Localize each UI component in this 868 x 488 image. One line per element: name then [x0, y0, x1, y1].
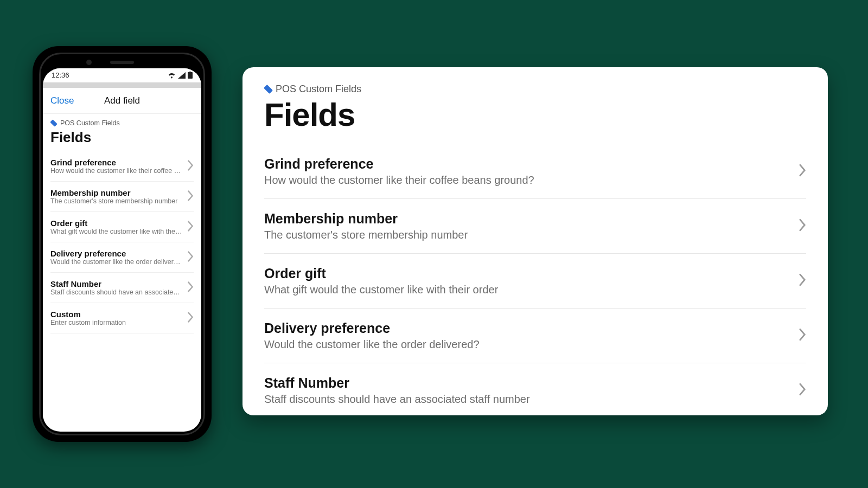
status-time: 12:36	[52, 71, 69, 79]
app-badge-icon	[50, 119, 58, 127]
field-row-grind-preference[interactable]: Grind preference How would the customer …	[264, 144, 806, 199]
field-desc: Would the customer like the order delive…	[264, 338, 480, 351]
field-desc: Enter custom information	[50, 319, 126, 326]
field-title: Order gift	[50, 219, 183, 228]
battery-icon	[188, 72, 193, 79]
field-row-membership-number[interactable]: Membership number The customer's store m…	[50, 182, 194, 212]
sheet-backdrop	[43, 82, 201, 88]
field-row-delivery-preference[interactable]: Delivery preference Would the customer l…	[264, 309, 806, 363]
breadcrumb: POS Custom Fields	[264, 84, 806, 95]
field-title: Grind preference	[264, 156, 534, 172]
field-row-staff-number[interactable]: Staff Number Staff discounts should have…	[264, 363, 806, 415]
field-title: Staff Number	[264, 375, 530, 391]
field-row-order-gift[interactable]: Order gift What gift would the customer …	[50, 212, 194, 242]
app-badge-icon	[264, 85, 273, 94]
field-desc: The customer's store membership number	[50, 197, 177, 205]
chevron-right-icon	[799, 383, 806, 398]
field-title: Order gift	[264, 266, 498, 281]
field-title: Delivery preference	[50, 249, 183, 258]
modal-header: Close Add field	[43, 88, 201, 114]
field-desc: What gift would the customer like with t…	[50, 228, 183, 235]
field-title: Delivery preference	[264, 320, 480, 336]
phone-notch	[43, 56, 201, 68]
chevron-right-icon	[799, 219, 806, 234]
chevron-right-icon	[187, 251, 194, 264]
field-row-delivery-preference[interactable]: Delivery preference Would the customer l…	[50, 242, 194, 273]
svg-rect-1	[189, 72, 191, 73]
breadcrumb: POS Custom Fields	[50, 119, 194, 127]
phone-bezel: 12:36 Close Add field POS Custom Fields …	[39, 53, 205, 435]
chevron-right-icon	[799, 273, 806, 288]
page-title: Fields	[50, 129, 194, 146]
chevron-right-icon	[799, 164, 806, 179]
field-row-order-gift[interactable]: Order gift What gift would the customer …	[264, 254, 806, 309]
field-row-staff-number[interactable]: Staff Number Staff discounts should have…	[50, 273, 194, 303]
field-title: Staff Number	[50, 279, 183, 288]
field-title: Grind preference	[50, 158, 183, 167]
cell-signal-icon	[178, 72, 186, 79]
modal-body: POS Custom Fields Fields Grind preferenc…	[43, 114, 201, 419]
chevron-right-icon	[187, 190, 194, 203]
field-desc: Would the customer like the order delive…	[50, 258, 183, 266]
field-desc: How would the customer like their coffee…	[50, 167, 183, 175]
modal-title: Add field	[104, 95, 140, 106]
field-desc: Staff discounts should have an associate…	[264, 393, 530, 406]
field-desc: How would the customer like their coffee…	[264, 174, 534, 187]
phone-screen: 12:36 Close Add field POS Custom Fields …	[43, 68, 201, 432]
field-row-grind-preference[interactable]: Grind preference How would the customer …	[50, 151, 194, 182]
field-desc: Staff discounts should have an associate…	[50, 288, 183, 296]
speaker-icon	[110, 61, 134, 64]
field-row-custom[interactable]: Custom Enter custom information	[50, 303, 194, 333]
field-desc: The customer's store membership number	[264, 229, 468, 241]
field-row-membership-number[interactable]: Membership number The customer's store m…	[264, 199, 806, 254]
chevron-right-icon	[187, 312, 194, 325]
svg-rect-0	[188, 72, 193, 79]
wifi-icon	[168, 72, 176, 79]
chevron-right-icon	[187, 221, 194, 234]
chevron-right-icon	[187, 160, 194, 173]
breadcrumb-label: POS Custom Fields	[60, 119, 120, 127]
chevron-right-icon	[187, 281, 194, 294]
chevron-right-icon	[799, 328, 806, 343]
phone-frame: 12:36 Close Add field POS Custom Fields …	[33, 46, 212, 442]
page-title: Fields	[264, 96, 806, 133]
field-title: Custom	[50, 310, 126, 319]
field-title: Membership number	[50, 188, 177, 197]
breadcrumb-label: POS Custom Fields	[276, 84, 361, 95]
status-icons	[168, 72, 193, 79]
field-desc: What gift would the customer like with t…	[264, 284, 498, 296]
close-button[interactable]: Close	[50, 95, 74, 106]
status-bar: 12:36	[43, 68, 201, 82]
fields-card: POS Custom Fields Fields Grind preferenc…	[242, 67, 828, 415]
field-title: Membership number	[264, 211, 468, 227]
home-indicator	[43, 419, 201, 432]
camera-dot-icon	[86, 60, 92, 65]
